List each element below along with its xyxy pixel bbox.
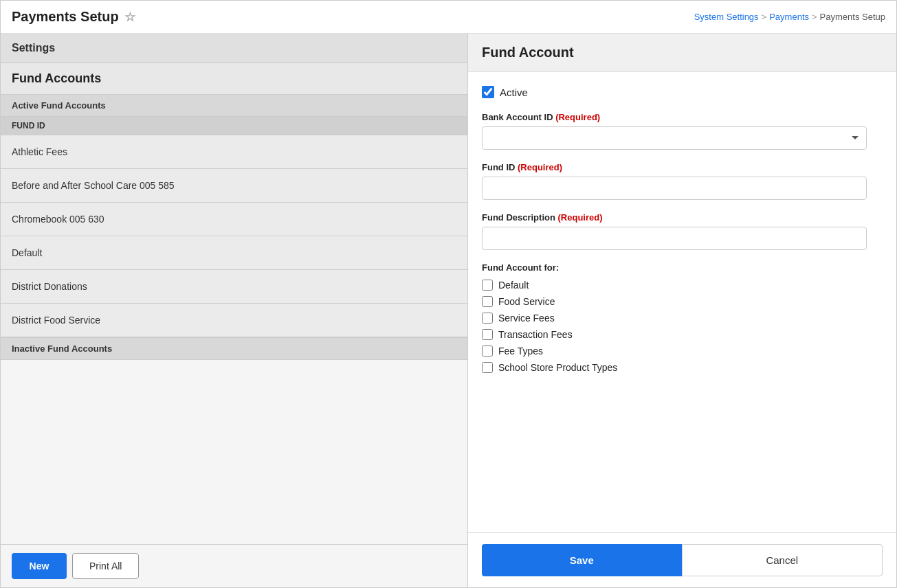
settings-bar: Settings xyxy=(1,34,467,63)
list-item[interactable]: District Food Service xyxy=(1,304,467,337)
fund-account-title: Fund Account xyxy=(482,45,574,60)
fund-account-for-label: Fund Account for: xyxy=(482,262,883,273)
checkbox-row-service-fees: Service Fees xyxy=(482,313,883,324)
fund-account-for-checkboxes: Default Food Service Service Fees T xyxy=(482,280,883,373)
checkbox-school-store[interactable] xyxy=(482,362,493,373)
checkbox-transaction-fees[interactable] xyxy=(482,329,493,340)
fund-description-group: Fund Description (Required) xyxy=(482,212,883,250)
list-item[interactable]: Before and After School Care 005 585 xyxy=(1,169,467,203)
list-item[interactable]: District Donations xyxy=(1,270,467,304)
fund-description-label: Fund Description (Required) xyxy=(482,212,883,223)
page-title-text: Payments Setup xyxy=(12,9,119,25)
checkbox-label-default: Default xyxy=(498,280,529,291)
fund-description-input[interactable] xyxy=(482,227,867,250)
breadcrumb: System Settings > Payments > Payments Se… xyxy=(694,12,885,22)
settings-label: Settings xyxy=(12,42,55,54)
cancel-button[interactable]: Cancel xyxy=(682,544,883,576)
checkbox-label-food-service: Food Service xyxy=(498,296,555,307)
bank-account-id-required: (Required) xyxy=(555,112,600,122)
active-row: Active xyxy=(482,86,883,98)
breadcrumb-sep-2: > xyxy=(812,12,817,22)
checkbox-label-fee-types: Fee Types xyxy=(498,346,543,357)
section-title: Fund Accounts xyxy=(12,71,101,85)
checkbox-default[interactable] xyxy=(482,280,493,291)
active-subsection-header: Active Fund Accounts xyxy=(1,95,467,117)
checkbox-service-fees[interactable] xyxy=(482,313,493,324)
right-panel-header: Fund Account xyxy=(468,34,896,72)
page-title: Payments Setup ☆ xyxy=(12,9,135,25)
checkbox-row-default: Default xyxy=(482,280,883,291)
print-all-button[interactable]: Print All xyxy=(72,553,139,579)
fund-account-for-group: Fund Account for: Default Food Service xyxy=(482,262,883,373)
save-button[interactable]: Save xyxy=(482,544,682,576)
breadcrumb-payments[interactable]: Payments xyxy=(769,12,809,22)
bank-account-id-label: Bank Account ID (Required) xyxy=(482,112,883,122)
new-button[interactable]: New xyxy=(12,553,67,579)
breadcrumb-current: Payments Setup xyxy=(820,12,885,22)
right-panel-body: Active Bank Account ID (Required) Fund I xyxy=(468,72,896,532)
fund-accounts-header: Fund Accounts xyxy=(1,63,467,95)
fund-id-required: (Required) xyxy=(518,162,562,172)
fund-id-input[interactable] xyxy=(482,177,867,200)
active-label: Active xyxy=(500,87,528,98)
bank-account-id-group: Bank Account ID (Required) xyxy=(482,112,883,150)
checkbox-label-service-fees: Service Fees xyxy=(498,313,555,324)
fund-description-required: (Required) xyxy=(558,212,603,223)
checkbox-food-service[interactable] xyxy=(482,296,493,307)
inactive-subsection-header: Inactive Fund Accounts xyxy=(1,337,467,360)
fund-id-group: Fund ID (Required) xyxy=(482,162,883,200)
checkbox-label-transaction-fees: Transaction Fees xyxy=(498,329,573,340)
column-header-fund-id: FUND ID xyxy=(1,117,467,135)
list-item[interactable]: Default xyxy=(1,236,467,270)
right-panel-footer: Save Cancel xyxy=(468,532,896,587)
list-item[interactable]: Athletic Fees xyxy=(1,135,467,169)
app-container: Payments Setup ☆ System Settings > Payme… xyxy=(0,0,897,588)
breadcrumb-system-settings[interactable]: System Settings xyxy=(694,12,759,22)
checkbox-fee-types[interactable] xyxy=(482,346,493,357)
checkbox-row-school-store: School Store Product Types xyxy=(482,362,883,373)
main-content: Settings Fund Accounts Active Fund Accou… xyxy=(1,34,896,587)
fund-list: Athletic Fees Before and After School Ca… xyxy=(1,135,467,544)
left-panel: Settings Fund Accounts Active Fund Accou… xyxy=(1,34,468,587)
favorite-star-icon[interactable]: ☆ xyxy=(124,10,135,25)
list-item[interactable]: Chromebook 005 630 xyxy=(1,203,467,236)
checkbox-row-food-service: Food Service xyxy=(482,296,883,307)
checkbox-label-school-store: School Store Product Types xyxy=(498,362,617,373)
top-header: Payments Setup ☆ System Settings > Payme… xyxy=(1,1,896,34)
active-checkbox[interactable] xyxy=(482,86,494,98)
left-panel-footer: New Print All xyxy=(1,544,467,587)
fund-id-label: Fund ID (Required) xyxy=(482,162,883,172)
bank-account-id-select[interactable] xyxy=(482,126,867,150)
checkbox-row-transaction-fees: Transaction Fees xyxy=(482,329,883,340)
right-panel: Fund Account Active Bank Account ID (Req… xyxy=(468,34,896,587)
breadcrumb-sep-1: > xyxy=(762,12,767,22)
checkbox-row-fee-types: Fee Types xyxy=(482,346,883,357)
